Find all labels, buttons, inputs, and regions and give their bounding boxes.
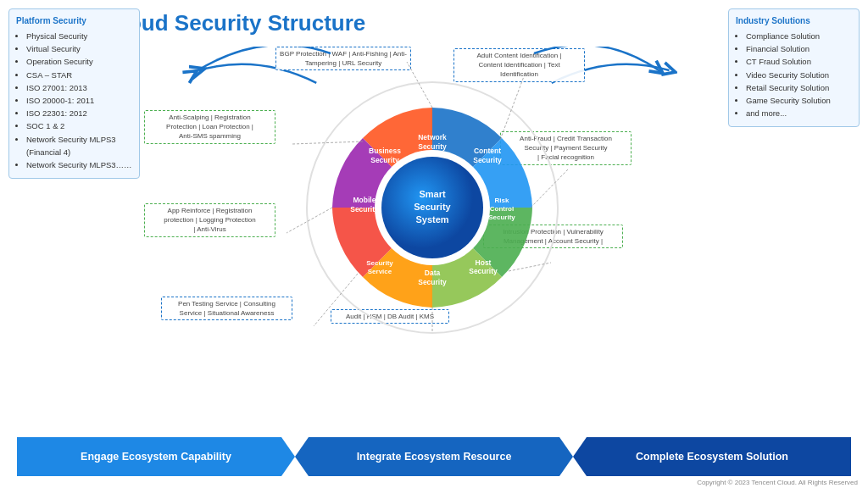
svg-text:Security: Security [366,259,393,267]
diagram-svg: Business Security Network Security Conte… [144,47,721,377]
industry-solutions-title: Industry Solutions [736,16,852,25]
svg-line-25 [500,72,526,140]
banner-complete: Complete Ecosystem Solution [573,437,851,476]
list-item: CT Fraud Solution [746,55,852,68]
svg-text:Mobile: Mobile [353,196,376,204]
svg-line-26 [531,169,568,208]
list-item: Physical Security [26,30,132,42]
list-item: Game Security Solution [746,94,852,107]
list-item: ISO 27001: 2013 [26,81,132,94]
list-item: Compliance Solution [746,30,852,42]
list-item: ISO 22301: 2012 [26,107,132,119]
svg-text:Business: Business [369,147,401,155]
svg-text:Host: Host [476,258,492,267]
banner-integrate: Integrate Ecosystem Resource [295,437,573,476]
svg-text:Security: Security [418,278,447,286]
list-item: Video Security Solution [746,69,852,81]
svg-text:Data: Data [425,269,441,277]
platform-security-title: Platform Security [16,16,132,25]
list-item: and more... [746,107,852,119]
bottom-banner: Engage Ecosystem Capability Integrate Ec… [0,437,868,476]
svg-text:Security: Security [473,156,502,164]
svg-text:Content: Content [474,147,501,155]
list-item: ISO 20000-1: 2011 [26,94,132,107]
svg-text:Security: Security [418,142,447,151]
list-item: Network Security MLPS3 (Financial 4) [26,133,132,158]
copyright-text: Copyright © 2023 Tencent Cloud. All Righ… [697,479,858,486]
svg-text:Security: Security [488,214,515,221]
list-item: Retail Security Solution [746,81,852,94]
svg-text:Security: Security [370,156,399,164]
list-item: Virtual Security [26,42,132,55]
svg-text:Network: Network [418,133,447,141]
svg-line-31 [292,141,363,144]
platform-security-box: Platform Security Physical Security Virt… [8,8,140,179]
svg-text:Security: Security [414,202,451,212]
svg-text:Smart: Smart [419,189,446,199]
list-item: Financial Solution [746,42,852,55]
list-item: Operation Security [26,55,132,68]
list-item: Network Security MLPS3…… [26,158,132,171]
svg-text:Control: Control [490,205,514,213]
industry-solutions-box: Industry Solutions Compliance Solution F… [728,8,860,127]
svg-text:Service: Service [368,268,392,275]
diagram-container: BGP Protection | WAF | Anti-Fishing | An… [144,47,721,369]
svg-line-29 [314,274,358,326]
svg-text:Security: Security [469,267,498,275]
list-item: CSA – STAR [26,69,132,81]
page: Tencent Cloud Security Structure Tencent… [0,0,868,488]
platform-security-list: Physical Security Virtual Security Opera… [16,30,132,171]
banner-engage: Engage Ecosystem Capability [17,437,295,476]
list-item: SOC 1 & 2 [26,119,132,132]
svg-text:System: System [415,214,448,225]
svg-text:Security: Security [350,205,379,214]
industry-solutions-list: Compliance Solution Financial Solution C… [736,30,852,119]
svg-text:Risk: Risk [495,197,509,204]
